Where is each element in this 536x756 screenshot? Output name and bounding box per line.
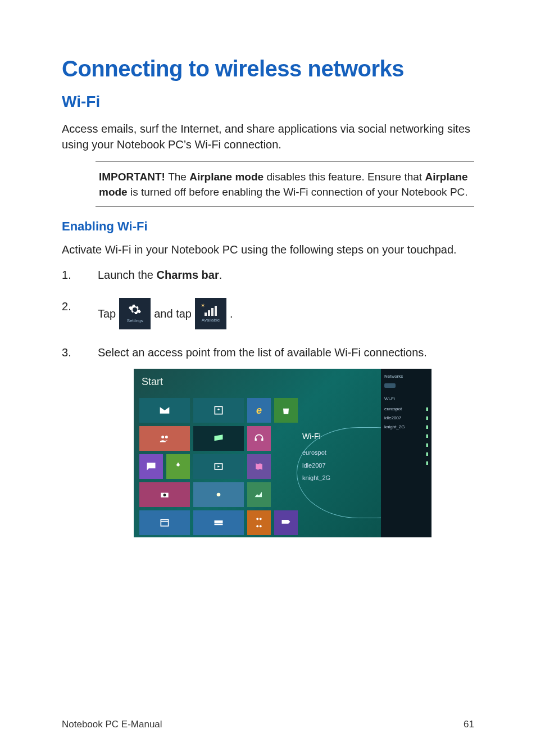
note-text-3: is turned off before enabling the Wi-Fi … xyxy=(128,186,468,198)
airplane-toggle[interactable] xyxy=(384,383,428,388)
step1-pre: Launch the xyxy=(98,269,157,281)
net-item-extra[interactable]: ▮ xyxy=(384,451,428,458)
step2-pre: Tap xyxy=(98,305,116,322)
news-tile[interactable]: ●●●● xyxy=(247,510,271,535)
people-tile[interactable] xyxy=(139,426,190,451)
start-tiles: e xyxy=(139,398,298,535)
step3-text: Select an access point from the list of … xyxy=(98,346,427,359)
skydrive-tile[interactable] xyxy=(193,510,244,535)
step2-post: . xyxy=(230,305,233,322)
settings-caption: Settings xyxy=(127,318,143,324)
networks-header: Networks xyxy=(384,373,428,380)
step2-mid: and tap xyxy=(154,305,192,322)
weather-tile[interactable] xyxy=(193,482,244,507)
svg-point-7 xyxy=(217,493,221,497)
wifi-screenshot: Start e xyxy=(134,369,431,537)
enable-intro-paragraph: Activate Wi-Fi in your Notebook PC using… xyxy=(62,242,474,257)
photos-tile[interactable] xyxy=(193,398,244,423)
svg-point-3 xyxy=(165,436,168,438)
net-item-extra[interactable]: ▮ xyxy=(384,442,428,449)
svg-point-1 xyxy=(217,409,219,410)
page-number: 61 xyxy=(464,719,474,730)
note-text-1: The xyxy=(168,171,189,183)
networks-charm-panel: Networks Wi-Fi eurospot▮ idle2007▮ knigh… xyxy=(381,369,431,537)
net-item-2[interactable]: knight_2G▮ xyxy=(384,424,428,431)
start-label: Start xyxy=(142,374,163,390)
store-tile[interactable] xyxy=(274,398,298,423)
svg-point-6 xyxy=(163,494,166,497)
games-tile[interactable] xyxy=(166,454,190,479)
net-item-0[interactable]: eurospot▮ xyxy=(384,406,428,413)
camera-tile[interactable] xyxy=(139,482,190,507)
desktop-tile[interactable] xyxy=(193,426,244,451)
music-tile[interactable] xyxy=(247,426,271,451)
note-text-2: disables this feature. Ensure that xyxy=(264,171,425,183)
net-item-1[interactable]: idle2007▮ xyxy=(384,415,428,422)
footer-title: Notebook PC E-Manual xyxy=(62,719,162,730)
heading-enabling-wifi: Enabling Wi-Fi xyxy=(62,219,474,234)
video-tile[interactable] xyxy=(193,454,244,479)
important-note: IMPORTANT! The Airplane mode disables th… xyxy=(96,161,474,207)
sports-tile[interactable] xyxy=(274,510,298,535)
finance-tile[interactable] xyxy=(247,482,271,507)
svg-rect-11 xyxy=(215,524,223,526)
heading-connecting: Connecting to wireless networks xyxy=(62,56,474,82)
net-item-extra[interactable]: ▮ xyxy=(384,460,428,467)
step-2: Tap Settings and tap ✶ Ava xyxy=(62,298,474,329)
svg-rect-8 xyxy=(161,519,168,526)
available-caption: Available xyxy=(202,317,220,324)
step-1: Launch the Charms bar. xyxy=(62,266,474,283)
ie-tile[interactable]: e xyxy=(247,398,271,423)
step-3: Select an access point from the list of … xyxy=(62,344,474,537)
note-bold-1: Airplane mode xyxy=(189,171,264,183)
calendar-tile[interactable] xyxy=(139,510,190,535)
settings-icon: Settings xyxy=(119,298,151,329)
important-label: IMPORTANT! xyxy=(99,171,168,183)
net-item-extra[interactable]: ▮ xyxy=(384,433,428,440)
available-networks-icon: ✶ Available xyxy=(195,298,226,329)
step1-bold: Charms bar xyxy=(157,269,219,281)
messaging-tile[interactable] xyxy=(139,454,163,479)
heading-wifi: Wi-Fi xyxy=(62,93,474,111)
intro-paragraph: Access emails, surf the Internet, and sh… xyxy=(62,121,474,152)
wifi-section-label: Wi-Fi xyxy=(384,396,428,402)
page-footer: Notebook PC E-Manual 61 xyxy=(62,719,474,730)
svg-point-2 xyxy=(161,436,164,438)
mail-tile[interactable] xyxy=(139,398,190,423)
svg-rect-10 xyxy=(215,520,223,523)
maps-tile[interactable] xyxy=(247,454,271,479)
step1-post: . xyxy=(219,269,222,281)
